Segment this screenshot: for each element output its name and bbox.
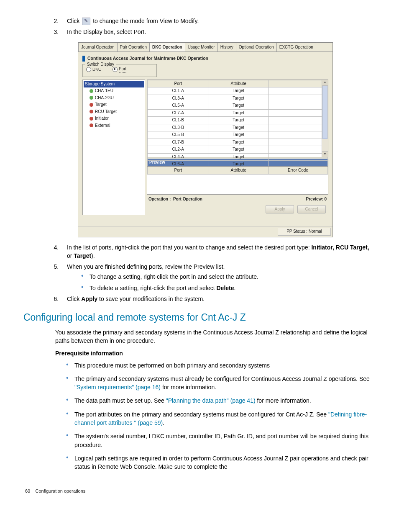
cell-attr: Target xyxy=(209,117,268,124)
prereq-item: The port attributes on the primary and s… xyxy=(69,410,376,427)
cell-blank xyxy=(268,109,327,117)
table-row[interactable]: CL7-ATarget xyxy=(148,109,328,117)
scroll-thumb[interactable] xyxy=(322,86,327,139)
table-row[interactable]: CL7-BTarget xyxy=(148,139,328,146)
tab-dkc[interactable]: DKC Operation xyxy=(149,43,185,52)
prereq-tail: for more information. xyxy=(161,384,216,391)
cell-attr: Target xyxy=(209,139,268,146)
prereq-item: This procedure must be performed on both… xyxy=(69,361,376,370)
tree-node-icon xyxy=(90,103,93,107)
prereq-item: The primary and secondary systems must a… xyxy=(69,375,376,392)
scroll-up-icon[interactable]: ▲ xyxy=(322,80,328,86)
prereq-tail: for more information. xyxy=(256,397,311,404)
prereq-heading: Prerequisite information xyxy=(55,349,376,357)
scroll-down-icon[interactable]: ▼ xyxy=(322,151,328,157)
table-row[interactable]: CL1-ATarget xyxy=(148,87,328,95)
step-5: When you are finished defining ports, re… xyxy=(60,262,376,292)
cell-blank xyxy=(268,124,327,131)
tree-root[interactable]: Storage System xyxy=(84,81,144,88)
step-5-text: When you are finished defining ports, re… xyxy=(67,263,225,270)
prereq-item: The system's serial number, LDKC number,… xyxy=(69,432,376,449)
preview-attr-hdr: Attribute xyxy=(209,167,268,175)
cell-port: CL2-A xyxy=(148,146,209,154)
status-bar: PP Status : Normal xyxy=(78,226,332,237)
page-footer: 60 Configuration operations xyxy=(23,488,376,495)
s6a: Click xyxy=(67,296,81,302)
tab-pair[interactable]: Pair Operation xyxy=(117,43,149,52)
step-5-bullet-2: To delete a setting, right-click the por… xyxy=(84,284,376,292)
panel-title: Continuous Access Journal for Mainframe … xyxy=(82,55,328,62)
prereq-text: Logical path settings are required in or… xyxy=(74,455,368,470)
tree-node-icon xyxy=(90,96,93,100)
s5b2a: To delete a setting, right-click the por… xyxy=(90,285,217,291)
cell-attr: Target xyxy=(209,146,268,154)
table-row[interactable]: CL1-BTarget xyxy=(148,117,328,124)
pp-status: PP Status : Normal xyxy=(278,228,331,236)
cell-port: CL1-A xyxy=(148,87,209,95)
preview-table[interactable]: Port Attribute Error Code xyxy=(147,167,328,175)
s6b: Apply xyxy=(81,296,97,302)
prereq-tail: . xyxy=(163,419,164,426)
tab-optional[interactable]: Optional Operation xyxy=(236,43,276,52)
cell-blank xyxy=(268,87,327,95)
tree-node-label: CHA-2GU xyxy=(95,95,114,101)
table-row[interactable]: CL2-ATarget xyxy=(148,146,328,154)
cell-blank xyxy=(268,95,327,102)
table-row[interactable]: CL5-ATarget xyxy=(148,102,328,110)
cell-attr: Target xyxy=(209,131,268,139)
s6c: to save your modifications in the system… xyxy=(97,296,205,302)
table-scrollbar[interactable]: ▲ ▼ xyxy=(322,80,328,157)
tree-panel[interactable]: Storage System CHA-1EUCHA-2GUTargetRCU T… xyxy=(82,80,145,216)
cancel-button[interactable]: Cancel xyxy=(297,205,326,214)
step-4-a: In the list of ports, right-click the po… xyxy=(67,244,311,251)
tree-node[interactable]: External xyxy=(84,122,144,129)
dkc-operation-screenshot: Journal Operation Pair Operation DKC Ope… xyxy=(78,42,333,237)
tab-usage[interactable]: Usage Monitor xyxy=(185,43,217,52)
prereq-link[interactable]: "System requirements" (page 16) xyxy=(74,384,161,391)
table-row[interactable]: CL3-BTarget xyxy=(148,124,328,131)
tree-node-label: Target xyxy=(95,102,107,108)
preview-err-hdr: Error Code xyxy=(268,167,327,175)
prereq-list: This procedure must be performed on both… xyxy=(23,361,376,471)
cell-blank xyxy=(268,146,327,154)
radio-port[interactable]: Port xyxy=(113,66,126,73)
step-2-text-a: Click xyxy=(67,18,81,24)
tree-node[interactable]: CHA-1EU xyxy=(84,87,144,95)
steps-top-list: Click to change the mode from View to Mo… xyxy=(23,17,376,36)
tab-strip: Journal Operation Pair Operation DKC Ope… xyxy=(78,43,332,52)
table-row[interactable]: CL4-ATarget xyxy=(148,153,328,161)
cell-port: CL5-A xyxy=(148,102,209,110)
tab-journal[interactable]: Journal Operation xyxy=(78,43,117,52)
cell-port: CL3-A xyxy=(148,95,209,102)
apply-button[interactable]: Apply xyxy=(266,205,294,214)
blank-col-hdr xyxy=(268,80,327,87)
cell-port: CL7-B xyxy=(148,139,209,146)
prereq-text: This procedure must be performed on both… xyxy=(74,362,270,369)
tab-history[interactable]: History xyxy=(217,43,236,52)
tree-node[interactable]: Target xyxy=(84,101,144,108)
step-4-d: Target xyxy=(74,252,91,259)
switch-display-legend: Switch Display xyxy=(85,62,116,68)
preview-count: Preview: 0 xyxy=(306,196,327,203)
switch-display-fieldset: Switch Display DKC Port xyxy=(82,64,157,77)
prereq-link[interactable]: "Planning the data path" (page 41) xyxy=(166,397,256,404)
tree-node[interactable]: Initiator xyxy=(84,115,144,122)
tree-node-icon xyxy=(90,117,93,121)
section-intro: You associate the primary and secondary … xyxy=(23,328,376,345)
edit-mode-icon xyxy=(82,18,90,25)
tree-node[interactable]: RCU Target xyxy=(84,108,144,116)
table-row[interactable]: CL5-BTarget xyxy=(148,131,328,139)
prereq-item: The data path must be set up. See "Plann… xyxy=(69,396,376,405)
tree-node-label: Initiator xyxy=(95,116,109,122)
step-2-text-b: to change the mode from View to Modify. xyxy=(93,18,199,24)
step-2: Click to change the mode from View to Mo… xyxy=(60,17,376,25)
prereq-text: The data path must be set up. See xyxy=(74,397,166,404)
tree-node[interactable]: CHA-2GU xyxy=(84,95,144,102)
port-table-wrap: Port Attribute CL1-ATargetCL3-ATargetCL5… xyxy=(147,80,328,157)
cell-attr: Target xyxy=(209,87,268,95)
tab-exctg[interactable]: EXCTG Operation xyxy=(276,43,316,52)
operation-line: Operation : Port Operation Preview: 0 xyxy=(147,195,328,205)
cell-port: CL5-B xyxy=(148,131,209,139)
table-row[interactable]: CL3-ATarget xyxy=(148,95,328,102)
prereq-text: The port attributes on the primary and s… xyxy=(74,411,328,418)
